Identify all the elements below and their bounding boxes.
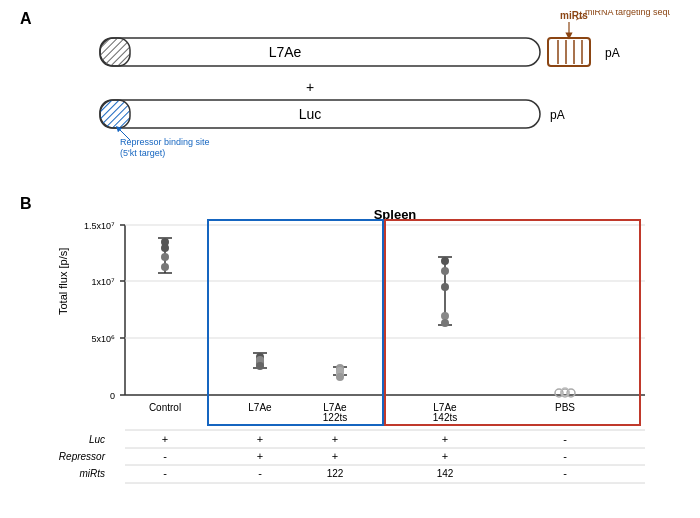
xlabel-pbs: PBS [555,402,575,413]
y-tick-5e6: 5x10⁶ [91,334,115,344]
svg-rect-0 [100,38,540,66]
table-mirts-pbs: - [563,467,567,479]
xlabel-l7ae-142ts-2: 142ts [433,412,457,423]
xlabel-l7ae: L7Ae [248,402,272,413]
y-tick-15e6: 1.5x10⁷ [84,221,115,231]
l7ae-label: L7Ae [269,44,302,60]
dot-142ts-5 [441,319,449,327]
mirts-label: miRts [560,10,588,21]
y-tick-1e7: 1x10⁷ [91,277,115,287]
table-luc-142ts: + [442,433,448,445]
svg-rect-1 [100,38,130,66]
dot-control-4 [161,263,169,271]
table-luc-pbs: - [563,433,567,445]
table-row-repressor-label: Repressor [59,451,106,462]
chart-svg: Spleen 0 5x10⁶ 1x10⁷ 1.5x10⁷ Total flux … [55,205,685,510]
repressor-sublabel: (5'kt target) [120,148,165,158]
dot-122ts-6 [336,373,344,381]
table-mirts-142ts: 142 [437,468,454,479]
y-axis-label: Total flux [p/s] [57,248,69,315]
panel-b-label: B [20,195,32,213]
repressor-label: Repressor binding site [120,137,210,147]
xlabel-l7ae-122ts-2: 122ts [323,412,347,423]
table-rep-control: - [163,450,167,462]
table-row-luc-label: Luc [89,434,105,445]
dot-142ts-2 [441,283,449,291]
table-luc-122ts: + [332,433,338,445]
dot-142ts-3 [441,257,449,265]
dot-control-2 [161,253,169,261]
pa-label-2: pA [550,108,565,122]
table-mirts-control: - [163,467,167,479]
table-rep-142ts: + [442,450,448,462]
pa-label-1: pA [605,46,620,60]
svg-rect-10 [100,100,130,128]
panel-a-label: A [20,10,32,28]
table-rep-pbs: - [563,450,567,462]
table-rep-l7ae: + [257,450,263,462]
table-mirts-122ts: 122 [327,468,344,479]
dot-142ts-4 [441,312,449,320]
table-row-mirts-label: miRts [79,468,105,479]
mirna-targeting-label: miRNA targeting sequence [585,10,670,17]
dot-142ts-1 [441,267,449,275]
plus-sign: + [306,79,314,95]
dot-control-3 [161,244,169,252]
svg-rect-2 [548,38,590,66]
table-mirts-l7ae: - [258,467,262,479]
table-luc-l7ae: + [257,433,263,445]
table-luc-control: + [162,433,168,445]
y-tick-0: 0 [110,391,115,401]
dot-l7ae-5 [256,362,264,370]
luc-label: Luc [299,106,322,122]
table-rep-122ts: + [332,450,338,462]
diagram-svg: L7Ae pA miRts miRNA targeting sequence +… [60,10,670,190]
xlabel-control: Control [149,402,181,413]
